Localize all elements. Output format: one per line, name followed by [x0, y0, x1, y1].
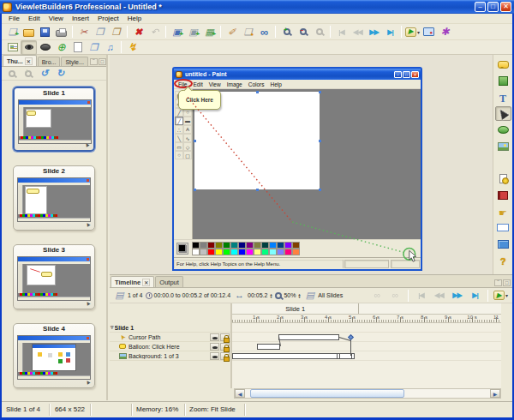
note-tool[interactable]: [495, 74, 511, 88]
click-area-tool[interactable]: [495, 204, 511, 219]
audio-button[interactable]: [102, 40, 118, 55]
publish-button[interactable]: ▾: [404, 25, 421, 39]
collapse-triangle-icon[interactable]: ▿: [111, 324, 114, 331]
cut-button[interactable]: [75, 25, 92, 39]
close-button[interactable]: ✕: [500, 2, 511, 12]
tl-nav-first-button[interactable]: |◀: [413, 288, 429, 303]
timeline-horizontal-scrollbar[interactable]: ◀ ▶: [234, 388, 501, 399]
image-stack-tool[interactable]: [495, 155, 511, 170]
slide-thumbnail-slide-2[interactable]: Slide 2▲: [13, 165, 95, 231]
scroll-right-button[interactable]: ▶: [490, 389, 500, 398]
mask-button[interactable]: [37, 40, 53, 55]
zoom-selection-button[interactable]: [311, 25, 327, 39]
page-properties-button[interactable]: [240, 25, 256, 39]
timeline-ruler[interactable]: 1 s2 s3 s4 s5 s6 s7 s8 s9 s10 s11: [232, 315, 501, 323]
delete-button[interactable]: [130, 25, 146, 39]
lock-toggle[interactable]: [220, 333, 230, 341]
scrollbar-thumb[interactable]: [250, 389, 404, 398]
lock-toggle[interactable]: [220, 343, 230, 351]
highlight-ellipse-annotation[interactable]: [174, 79, 193, 88]
timeline-bar-balloon[interactable]: [257, 344, 280, 350]
shape-tool[interactable]: [495, 123, 511, 137]
minimize-button[interactable]: –: [475, 2, 486, 12]
import-button[interactable]: [53, 40, 69, 55]
timeline-bar-cursor[interactable]: [278, 334, 339, 340]
movie-tool[interactable]: [495, 188, 511, 202]
slide-thumbnail-slide-1[interactable]: Slide 1▲: [13, 87, 95, 152]
lock-toggle[interactable]: [220, 352, 230, 360]
capture-slide-button[interactable]: [185, 25, 201, 39]
slide-thumbnail-slide-3[interactable]: Slide 3▲: [13, 244, 95, 309]
tab-style[interactable]: Style...: [61, 57, 87, 66]
menu-edit[interactable]: Edit: [25, 15, 44, 22]
title-bar[interactable]: ViewletBuilder6 Professional - Untitled …: [0, 0, 514, 14]
text-tool[interactable]: [495, 90, 511, 105]
open-button[interactable]: [21, 25, 37, 39]
preview-eye-button[interactable]: [21, 40, 37, 55]
record-options-button[interactable]: [437, 25, 453, 39]
balloon-tool[interactable]: [495, 57, 511, 72]
text-field-tool[interactable]: [495, 220, 511, 235]
nav-back-button[interactable]: ◀◀: [350, 25, 366, 39]
zoom-spinner[interactable]: ▲▼: [297, 293, 301, 298]
undo-button[interactable]: [146, 25, 163, 39]
scroll-left-button[interactable]: ◀: [235, 389, 245, 398]
timeline-row-background-1-of-3[interactable]: Background: 1 of 3: [110, 351, 230, 361]
timeline-zoom-field[interactable]: 50% ▲▼: [275, 292, 301, 299]
all-slides-toggle[interactable]: All Slides: [303, 290, 343, 302]
nav-forward-button[interactable]: ▶▶: [366, 25, 382, 39]
thumb-zoom-in-button[interactable]: +: [21, 68, 34, 80]
thumb-zoom-out-button[interactable]: [5, 68, 18, 80]
ungroup-button[interactable]: [387, 288, 403, 303]
new-button[interactable]: [4, 25, 21, 39]
tab-bro[interactable]: Bro...: [38, 57, 61, 66]
timeline-row-cursor-path[interactable]: ➤Cursor Path: [110, 333, 230, 342]
menu-help[interactable]: Help: [124, 15, 145, 22]
timeline-track-row[interactable]: [232, 333, 501, 342]
tl-nav-last-button[interactable]: ▶|: [467, 288, 483, 303]
preview-binoculars-button[interactable]: [256, 25, 272, 39]
duration-spinner[interactable]: ▲▼: [269, 293, 272, 298]
slide-background-screenshot[interactable]: untitled - Paint – □ ✕ FileEditViewImage…: [172, 67, 422, 271]
project-properties-button[interactable]: [4, 40, 21, 55]
zoom-in-button[interactable]: +: [278, 25, 295, 39]
image-tool[interactable]: [495, 139, 511, 153]
tl-nav-back-button[interactable]: ◀◀: [431, 288, 447, 303]
save-button[interactable]: [37, 25, 53, 39]
visibility-toggle[interactable]: [210, 352, 219, 360]
tl-preview-button[interactable]: ▾: [493, 288, 509, 303]
click-here-balloon[interactable]: Click Here: [178, 90, 221, 110]
blank-page-button[interactable]: [69, 40, 86, 55]
zoom-out-button[interactable]: –: [295, 25, 311, 39]
slide-edit-canvas[interactable]: untitled - Paint – □ ✕ FileEditViewImage…: [110, 55, 493, 274]
tl-nav-forward-button[interactable]: ▶▶: [449, 288, 465, 303]
close-tab-icon[interactable]: ✕: [142, 279, 150, 286]
panel-float-button[interactable]: □: [503, 279, 511, 286]
timeline-row-balloon-click-here[interactable]: Balloon: Click Here: [110, 342, 230, 351]
screen-tool[interactable]: [495, 237, 511, 251]
layers-button[interactable]: [86, 40, 102, 55]
record-window-button[interactable]: [421, 25, 437, 39]
slide-thumbnail-slide-4[interactable]: Slide 4▲: [13, 323, 95, 388]
tab-thu[interactable]: Thu...✕: [3, 55, 37, 66]
copy-button[interactable]: [92, 25, 108, 39]
timeline-track-row[interactable]: [232, 323, 501, 333]
nav-last-button[interactable]: ▶|: [382, 25, 398, 39]
timeline-tab-output[interactable]: Output: [155, 276, 183, 287]
visibility-toggle[interactable]: [210, 333, 219, 341]
insert-slide-button[interactable]: [169, 25, 185, 39]
menu-insert[interactable]: Insert: [69, 15, 93, 22]
panel-minimize-button[interactable]: ‾: [90, 58, 98, 65]
cursor-tool[interactable]: [495, 106, 511, 121]
insert-image-button[interactable]: [201, 25, 218, 39]
maximize-button[interactable]: □: [487, 2, 499, 12]
rotate-left-button[interactable]: [38, 68, 51, 80]
format-brush-button[interactable]: [224, 25, 240, 39]
menu-file[interactable]: File: [5, 15, 23, 22]
panel-minimize-button[interactable]: ‾: [494, 279, 502, 286]
group-button[interactable]: [369, 288, 386, 303]
document-tool[interactable]: [495, 171, 511, 186]
rotate-right-button[interactable]: [54, 68, 67, 80]
help-tool[interactable]: [495, 253, 511, 267]
nav-first-button[interactable]: |◀: [333, 25, 350, 39]
